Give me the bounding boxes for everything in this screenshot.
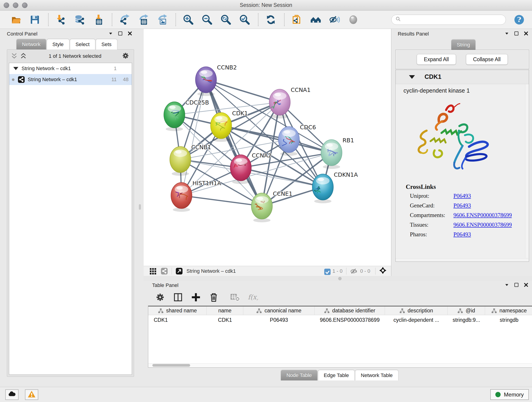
tab-edge-table[interactable]: Edge Table: [318, 370, 355, 380]
add-column-icon[interactable]: [190, 292, 201, 303]
birdseye-view-icon[interactable]: [176, 268, 183, 275]
node-ccnb1[interactable]: [170, 147, 191, 176]
tab-network-table[interactable]: Network Table: [355, 370, 399, 380]
splitter-handle[interactable]: [139, 204, 141, 210]
table-settings-gear-icon[interactable]: [155, 292, 166, 303]
crosslink-link[interactable]: P06493: [453, 231, 471, 238]
table-cell[interactable]: stringdb:9...: [448, 315, 485, 325]
grid-view-icon[interactable]: [149, 268, 157, 275]
tab-sets[interactable]: Sets: [96, 39, 117, 50]
expand-all-button[interactable]: Expand All: [417, 54, 456, 65]
table-cell[interactable]: 9606.ENSP00000378699: [315, 315, 385, 325]
apply-layout-button[interactable]: [265, 14, 276, 25]
hide-unselected-button[interactable]: [329, 14, 340, 25]
table-hscrollbar-thumb[interactable]: [152, 364, 190, 367]
import-network-file-button[interactable]: [56, 14, 66, 25]
panel-float-icon[interactable]: [513, 31, 519, 37]
node-cdc25b[interactable]: [164, 102, 185, 131]
node-cdkn1a[interactable]: [312, 174, 333, 203]
results-vscrollbar[interactable]: [525, 84, 528, 258]
hidden-eye-icon[interactable]: [350, 268, 357, 275]
search-box[interactable]: [391, 15, 506, 25]
crosslink-link[interactable]: 9606.ENSP00000378699: [453, 222, 512, 228]
panel-collapse-icon[interactable]: [108, 31, 114, 37]
open-session-button[interactable]: [11, 14, 22, 25]
help-button[interactable]: ?: [514, 14, 525, 25]
maximize-window-button[interactable]: [22, 2, 27, 8]
network-options-gear-icon[interactable]: [121, 51, 130, 61]
zoom-selected-button[interactable]: [239, 14, 250, 25]
show-columns-icon[interactable]: [172, 292, 184, 303]
import-table-button[interactable]: [93, 14, 104, 25]
zoom-out-button[interactable]: [202, 14, 213, 25]
node-rb1[interactable]: [321, 140, 342, 169]
selected-checkbox-icon[interactable]: [324, 268, 330, 274]
zoom-fit-button[interactable]: [220, 14, 231, 25]
crosslink-link[interactable]: P06493: [453, 202, 471, 209]
network-row[interactable]: String Network – cdk11148: [9, 74, 132, 85]
export-network-button[interactable]: [119, 14, 130, 25]
panel-collapse-icon[interactable]: [504, 31, 510, 37]
export-image-button[interactable]: [157, 14, 168, 25]
network-canvas[interactable]: CCNB2CCNA1CDC25BCDK1CDC6RB1CCNB1CCNA2CDK…: [144, 29, 391, 266]
share-network-icon[interactable]: [161, 268, 168, 275]
zoom-in-button[interactable]: [183, 14, 194, 25]
panel-collapse-icon[interactable]: [504, 282, 510, 289]
panel-close-icon[interactable]: [523, 31, 529, 37]
column-header-canonical-name[interactable]: canonical name: [243, 306, 315, 315]
table-cell[interactable]: stringdb: [485, 315, 532, 325]
collapse-all-networks-icon[interactable]: [10, 52, 18, 60]
memory-button[interactable]: Memory: [490, 389, 529, 400]
save-session-button[interactable]: [29, 14, 40, 25]
crosslink-link[interactable]: 9606.ENSP00000378699: [453, 212, 512, 218]
collapse-gene-icon[interactable]: [409, 75, 415, 79]
table-cell[interactable]: CDK1: [207, 315, 243, 325]
crosslink-link[interactable]: P06493: [453, 193, 471, 199]
node-hist1h1a[interactable]: [171, 182, 192, 212]
column-header-description[interactable]: description: [385, 306, 448, 315]
string-home-button[interactable]: [310, 14, 321, 25]
table-row[interactable]: CDK1CDK1P064939606.ENSP00000378699cyclin…: [148, 315, 532, 325]
edge[interactable]: [181, 196, 262, 206]
table-hscrollbar[interactable]: [148, 363, 532, 367]
panel-float-icon[interactable]: [513, 282, 519, 289]
node-ccne1[interactable]: [251, 193, 272, 222]
delete-column-icon[interactable]: [208, 292, 219, 303]
tab-network[interactable]: Network: [16, 39, 46, 50]
appearance-button[interactable]: [348, 14, 359, 25]
tab-string[interactable]: String: [451, 39, 476, 50]
column-header-name[interactable]: name: [207, 306, 243, 315]
panel-float-icon[interactable]: [117, 31, 123, 37]
collapse-all-button[interactable]: Collapse All: [466, 54, 508, 65]
panel-close-icon[interactable]: [523, 282, 529, 289]
table-cell[interactable]: P06493: [243, 315, 315, 325]
export-table-button[interactable]: [138, 14, 149, 25]
gene-header[interactable]: CDK1: [396, 70, 529, 84]
panel-close-icon[interactable]: [127, 31, 133, 37]
node-cdc6[interactable]: [278, 127, 299, 156]
tab-node-table[interactable]: Node Table: [281, 370, 317, 380]
results-hscrollbar[interactable]: [396, 258, 528, 262]
column-header-shared-name[interactable]: shared name: [148, 306, 207, 315]
column-header-namespace[interactable]: namespace: [485, 306, 532, 315]
edge[interactable]: [206, 80, 262, 206]
column-header-database-identifier[interactable]: database identifier: [315, 306, 385, 315]
crosshair-icon[interactable]: [379, 267, 388, 275]
warnings-button[interactable]: [25, 389, 38, 400]
table-cell[interactable]: CDK1: [148, 315, 207, 325]
network-collection-row[interactable]: String Network – cdk11: [9, 63, 132, 74]
column-header--id[interactable]: @id: [448, 306, 485, 315]
search-input[interactable]: [404, 17, 502, 23]
tree-expander-icon[interactable]: [13, 67, 18, 70]
tab-select[interactable]: Select: [70, 39, 95, 50]
import-network-database-button[interactable]: [74, 14, 85, 25]
minimize-window-button[interactable]: [13, 2, 18, 8]
close-window-button[interactable]: [4, 2, 9, 8]
network-from-document-button[interactable]: [291, 14, 302, 25]
tab-style[interactable]: Style: [47, 39, 70, 50]
horizontal-splitter[interactable]: [144, 276, 532, 281]
cloud-button[interactable]: [5, 389, 19, 400]
edge[interactable]: [206, 80, 280, 102]
expand-all-networks-icon[interactable]: [19, 52, 27, 60]
node-ccnb2[interactable]: [196, 67, 216, 96]
